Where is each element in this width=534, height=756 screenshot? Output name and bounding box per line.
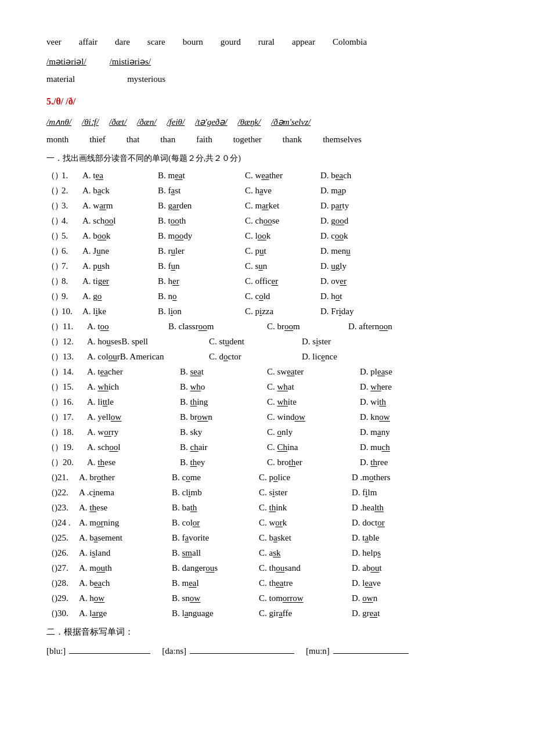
exercise-items-11-20: （ ） 11. A. too B. classroom C. broom D. … <box>46 319 488 469</box>
ipa-blu: [blu:] <box>46 644 66 658</box>
table-row: （ )23. A. these B. bath C. think D .heal… <box>46 501 488 514</box>
section1-header: 一．找出画线部分读音不同的单词(每题２分,共２０分) <box>46 152 488 165</box>
table-row: （ ） 6. A. June B. ruler C. put D. menu <box>46 244 488 258</box>
ex-that: that <box>127 132 140 146</box>
section5-title: 5./θ/ /ð/ <box>46 94 488 109</box>
table-row: （ )22. A .cinema B. climb C. sister D. f… <box>46 485 488 499</box>
table-row: （ )29. A. how B. snow C. tomorrow D. own <box>46 591 488 605</box>
word-scare: scare <box>147 35 165 49</box>
table-row: （ ） 14. A. teacher B. seat C. sweater D.… <box>46 365 488 379</box>
ex-themselves: themselves <box>323 132 362 146</box>
ex-faith: faith <box>196 132 212 146</box>
word-veer: veer <box>46 35 62 49</box>
word-dare: dare <box>115 35 130 49</box>
word-bourn: bourn <box>183 35 203 49</box>
table-row: （ ） 15. A. which B. who C. what D. where <box>46 380 488 394</box>
table-row: （ ） 5. A. book B. moody C. look D. cook <box>46 229 488 243</box>
table-row: （ ） 7. A. push B. fun C. sun D. ugly <box>46 259 488 273</box>
ipa-moon: [mu:n] <box>306 644 330 658</box>
word-affair: affair <box>79 35 98 49</box>
word-material: material <box>46 72 75 86</box>
ex-together: together <box>233 132 262 146</box>
ipa-2: /ðæt/ <box>109 115 127 129</box>
dictation-item-1: [da:ns] <box>162 643 294 658</box>
table-row: （ )27. A. mouth B. dangerous C. thousand… <box>46 561 488 575</box>
table-row: （ ） 4. A. school B. tooth C. choose D. g… <box>46 214 488 228</box>
table-row: （ ） 10. A. like B. lion C. pizza D. Frid… <box>46 304 488 318</box>
dictation-row: [blu:] [da:ns] [mu:n] <box>46 643 488 658</box>
table-row: （ ） 3. A. warm B. garden C. market D. pa… <box>46 199 488 213</box>
table-row: （ ） 1. A. tea B. meat C. weather D. beac… <box>46 168 488 182</box>
table-row: （ ） 9. A. go B. no C. cold D. hot <box>46 289 488 303</box>
table-row: （ ） 2. A. back B. fast C. have D. map <box>46 183 488 197</box>
ipa-3: /ðæn/ <box>137 115 156 129</box>
table-row: （ ） 8. A. tiger B. her C. officer D. ove… <box>46 274 488 288</box>
exercise-items-1-10: （ ） 1. A. tea B. meat C. weather D. beac… <box>46 168 488 318</box>
word-appear: appear <box>292 35 315 49</box>
dictation-blank-2[interactable] <box>333 643 409 654</box>
table-row: （ ） 19. A. school B. chair C. China D. m… <box>46 440 488 454</box>
word-rural: rural <box>258 35 275 49</box>
table-row: （ )21. A. brother B. come C. police D .m… <box>46 470 488 484</box>
exercise-items-21-30: （ )21. A. brother B. come C. police D .m… <box>46 470 488 620</box>
dictation-blank-1[interactable] <box>190 643 294 654</box>
example-words-row: month thief that than faith together tha… <box>46 132 488 146</box>
phonetics-row: /mətiəriəl/ /mistiəriəs/ <box>46 55 488 69</box>
table-row: （ ） 12. A. housesB. spell C. student D. … <box>46 334 488 348</box>
english-words-row: material mysterious <box>46 72 488 86</box>
section2-title: 二．根据音标写单词： <box>46 625 488 639</box>
table-row: （ ） 11. A. too B. classroom C. broom D. … <box>46 319 488 333</box>
ex-thief: thief <box>89 132 106 146</box>
dictation-item-0: [blu:] <box>46 643 150 658</box>
table-row: （ ） 18. A. worry B. sky C. only D. many <box>46 425 488 439</box>
table-row: （ ） 13. A. colourB. American C. doctor D… <box>46 350 488 363</box>
table-row: （ ） 20. A. these B. they C. brother D. t… <box>46 455 488 469</box>
ipa-4: /feiθ/ <box>167 115 185 129</box>
dictation-blank-0[interactable] <box>69 643 150 654</box>
table-row: （ ） 17. A. yellow B. brown C. window D. … <box>46 410 488 424</box>
word-gourd: gourd <box>221 35 241 49</box>
ipa-6: /θæŋk/ <box>238 115 261 129</box>
phonetic-mysterious: /mistiəriəs/ <box>110 55 151 69</box>
table-row: （ )28. A. beach B. meal C. theatre D. le… <box>46 576 488 590</box>
table-row: （ )24 . A. morning B. color C. work D. d… <box>46 516 488 530</box>
phonetic-material: /mətiəriəl/ <box>46 55 86 69</box>
top-words-row: veer affair dare scare bourn gourd rural… <box>46 35 488 49</box>
ex-thank: thank <box>283 132 302 146</box>
table-row: （ )25. A. basement B. favorite C. basket… <box>46 531 488 545</box>
ipa-0: /mʌnθ/ <box>46 115 71 129</box>
table-row: （ )30. A. large B. language C. giraffe D… <box>46 606 488 620</box>
table-row: （ ） 16. A. little B. thing C. white D. w… <box>46 395 488 409</box>
ipa-1: /θiːf/ <box>82 115 99 129</box>
ex-month: month <box>46 132 68 146</box>
ex-than: than <box>160 132 175 146</box>
word-colombia: Colombia <box>333 35 367 49</box>
ipa-row: /mʌnθ/ /θiːf/ /ðæt/ /ðæn/ /feiθ/ /tə'geð… <box>46 115 488 129</box>
ipa-7: /ðəm'selvz/ <box>271 115 311 129</box>
ipa-dans: [da:ns] <box>162 644 186 658</box>
word-mysterious: mysterious <box>127 72 165 86</box>
table-row: （ )26. A. island B. small C. ask D. help… <box>46 546 488 560</box>
dictation-item-2: [mu:n] <box>306 643 409 658</box>
ipa-5: /tə'geðə/ <box>195 115 227 129</box>
